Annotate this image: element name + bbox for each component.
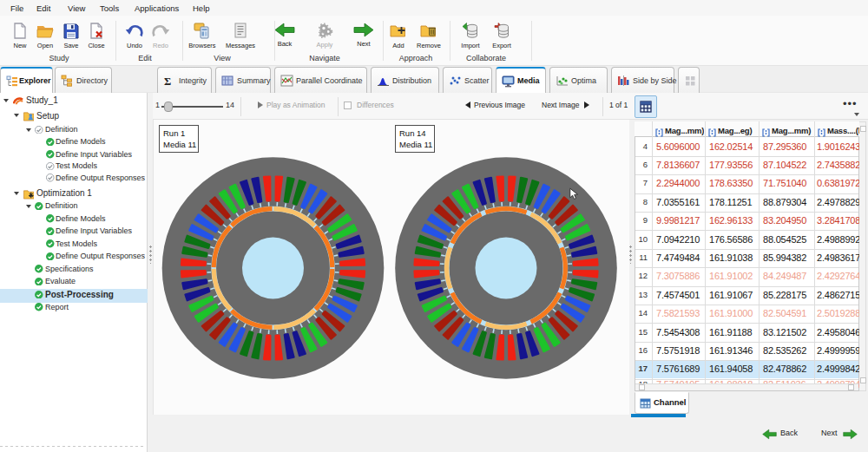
- svg-text:Σ: Σ: [164, 75, 171, 87]
